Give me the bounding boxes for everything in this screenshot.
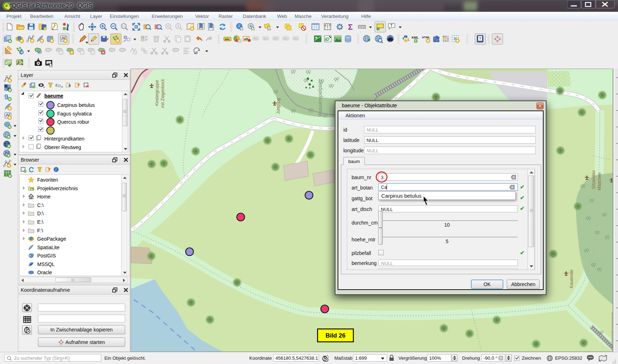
svg-text:a: a — [67, 27, 69, 31]
svg-text:abc: abc — [264, 37, 268, 40]
svg-text:9: 9 — [4, 93, 8, 101]
svg-text:abc: abc — [274, 37, 278, 40]
svg-text:✶: ✶ — [60, 51, 63, 54]
svg-text:>: > — [408, 39, 409, 42]
svg-text:abc: abc — [254, 37, 258, 40]
svg-text:KML: KML — [412, 36, 419, 39]
svg-text:abc: abc — [294, 37, 298, 40]
svg-text:abc: abc — [225, 38, 230, 41]
svg-text:HTML: HTML — [422, 36, 430, 39]
svg-text:i: i — [239, 24, 240, 29]
svg-text:✶: ✶ — [81, 51, 84, 54]
svg-text:Bild 26: Bild 26 — [325, 332, 345, 339]
svg-text:✕: ✕ — [102, 51, 105, 54]
svg-text:Σ: Σ — [348, 23, 353, 31]
svg-text:?: ? — [479, 36, 481, 41]
svg-text:✕: ✕ — [92, 51, 94, 54]
svg-text:ab: ab — [244, 37, 248, 41]
svg-text:ε: ε — [55, 83, 58, 88]
svg-text:1:1: 1:1 — [122, 25, 126, 28]
svg-text:iD: iD — [325, 36, 330, 42]
svg-text:T: T — [390, 23, 393, 28]
svg-text:✶: ✶ — [70, 51, 73, 54]
svg-text:abc: abc — [284, 37, 288, 40]
